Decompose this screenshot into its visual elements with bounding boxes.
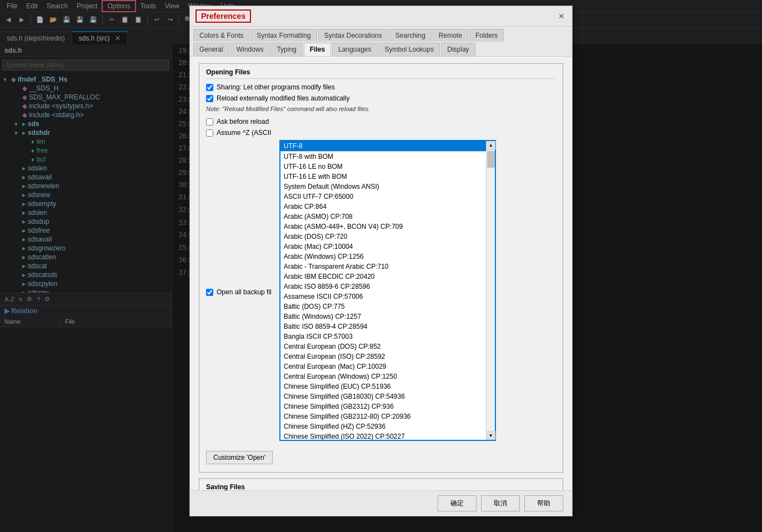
checkbox-sharing: Sharing: Let other programs modify files: [206, 83, 556, 91]
help-button[interactable]: 帮助: [524, 495, 563, 511]
encoding-dropdown-wrapper: UTF-8 UTF-8 with BOM UTF-16 LE no BOM UT…: [279, 140, 496, 441]
option-chinese-euc[interactable]: Chinese Simplified (EUC) CP:51936: [280, 382, 486, 392]
dialog-close-button[interactable]: ✕: [557, 11, 567, 21]
saving-files-section: Saving Files Make backup files Remove ba…: [199, 478, 563, 490]
tab-syntax-formatting[interactable]: Syntax Formatting: [250, 29, 317, 42]
tab-remote[interactable]: Remote: [433, 29, 468, 42]
tab-display[interactable]: Display: [441, 43, 475, 56]
dialog-tabs-row1: Colors & Fonts Syntax Formatting Syntax …: [190, 27, 572, 42]
option-arabic-864[interactable]: Arabic CP:864: [280, 202, 486, 212]
option-arabic-asmo449[interactable]: Arabic (ASMO-449+, BCON V4) CP:709: [280, 222, 486, 232]
option-assamese[interactable]: Assamese ISCII CP:57006: [280, 292, 486, 302]
option-arabic-asmo[interactable]: Arabic (ASMO) CP:708: [280, 212, 486, 222]
tab-folders[interactable]: Folders: [469, 29, 504, 42]
opening-files-section: Opening Files Sharing: Let other program…: [199, 63, 563, 473]
encoding-list[interactable]: UTF-8 with BOM UTF-16 LE no BOM UTF-16 L…: [280, 151, 486, 440]
option-utf16-le-no-bom[interactable]: UTF-16 LE no BOM: [280, 162, 486, 172]
opening-files-header: Opening Files: [206, 68, 556, 79]
checkbox-assume-z-label: Assume ^Z (ASCII: [217, 129, 271, 137]
customize-open-button[interactable]: Customize 'Open': [206, 451, 273, 464]
checkbox-assume-z-input[interactable]: [206, 129, 213, 137]
checkbox-ask-reload-input[interactable]: [206, 118, 213, 126]
preferences-dialog: Preferences ✕ Colors & Fonts Syntax Form…: [189, 6, 573, 516]
option-arabic-transparent[interactable]: Arabic - Transparent Arabic CP:710: [280, 262, 486, 272]
option-utf16-le-bom[interactable]: UTF-16 LE with BOM: [280, 172, 486, 182]
option-sys-default[interactable]: System Default (Windows ANSI): [280, 182, 486, 192]
checkbox-open-backup: Open all backup fil UTF-8 UTF-8 with: [206, 140, 556, 444]
tab-symbol-lookups[interactable]: Symbol Lookups: [379, 43, 440, 56]
option-arabic-windows[interactable]: Arabic (Windows) CP:1256: [280, 252, 486, 262]
tab-colors-fonts[interactable]: Colors & Fonts: [193, 29, 249, 42]
option-central-iso[interactable]: Central European (ISO) CP:28592: [280, 352, 486, 362]
scrollbar-up[interactable]: ▲: [487, 141, 495, 150]
option-arabic-dos[interactable]: Arabic (DOS) CP:720: [280, 232, 486, 242]
dialog-tabs-row2: General Windows Typing Files Languages S…: [190, 42, 572, 57]
dialog-titlebar: Preferences ✕: [190, 6, 572, 27]
option-central-dos[interactable]: Central European (DOS) CP:852: [280, 342, 486, 352]
tab-windows[interactable]: Windows: [230, 43, 270, 56]
option-bangla[interactable]: Bangla ISCII CP:57003: [280, 332, 486, 342]
tab-searching[interactable]: Searching: [389, 29, 432, 42]
scrollbar-down[interactable]: ▼: [487, 431, 495, 440]
option-arabic-mac[interactable]: Arabic (Mac) CP:10004: [280, 242, 486, 252]
dialog-title: Preferences: [195, 9, 251, 23]
encoding-dropdown: UTF-8 UTF-8 with BOM UTF-16 LE no BOM UT…: [280, 141, 486, 440]
tab-languages[interactable]: Languages: [332, 43, 377, 56]
option-chinese-hz[interactable]: Chinese Simplified (HZ) CP:52936: [280, 421, 486, 431]
saving-files-header: Saving Files: [206, 483, 556, 490]
checkbox-ask-reload: Ask before reload: [206, 118, 556, 126]
encoding-selected[interactable]: UTF-8: [280, 141, 486, 151]
option-arabic-iso[interactable]: Arabic ISO 8859-6 CP:28596: [280, 282, 486, 292]
option-utf8-bom[interactable]: UTF-8 with BOM: [280, 152, 486, 162]
checkbox-sharing-input[interactable]: [206, 84, 213, 91]
checkbox-reload-label: Reload externally modified files automat…: [217, 94, 349, 102]
scrollbar-thumb[interactable]: [487, 151, 495, 168]
checkbox-ask-reload-label: Ask before reload: [217, 118, 269, 126]
option-baltic-iso[interactable]: Baltic ISO 8859-4 CP:28594: [280, 322, 486, 332]
cancel-button[interactable]: 取消: [481, 495, 520, 511]
checkbox-reload: Reload externally modified files automat…: [206, 94, 556, 102]
checkbox-sharing-label: Sharing: Let other programs modify files: [217, 83, 335, 91]
option-chinese-iso[interactable]: Chinese Simplified (ISO 2022) CP:50227: [280, 431, 486, 440]
tab-files[interactable]: Files: [304, 43, 331, 56]
option-ascii-utf7[interactable]: ASCII UTF-7 CP:65000: [280, 192, 486, 202]
dialog-body: Opening Files Sharing: Let other program…: [190, 57, 572, 490]
ide-container: File Edit Search Project Options Tools V…: [0, 0, 762, 532]
checkbox-open-backup-label: Open all backup fil: [217, 288, 272, 296]
option-chinese-gb2312[interactable]: Chinese Simplified (GB2312) CP:936: [280, 401, 486, 411]
scrollbar-track: [487, 150, 495, 431]
checkbox-open-backup-input[interactable]: [206, 289, 213, 296]
option-chinese-gb2312-80[interactable]: Chinese Simplified (GB2312-80) CP:20936: [280, 411, 486, 421]
checkbox-assume-z: Assume ^Z (ASCII: [206, 129, 556, 137]
option-baltic-dos[interactable]: Baltic (DOS) CP:775: [280, 302, 486, 312]
option-baltic-windows[interactable]: Baltic (Windows) CP:1257: [280, 312, 486, 322]
encoding-selected-text: UTF-8: [284, 142, 303, 150]
option-central-mac[interactable]: Central European (Mac) CP:10029: [280, 362, 486, 372]
dialog-overlay: Preferences ✕ Colors & Fonts Syntax Form…: [0, 0, 762, 532]
dialog-footer: 确定 取消 帮助: [190, 490, 572, 516]
option-arabic-ibm[interactable]: Arabic IBM EBCDIC CP:20420: [280, 272, 486, 282]
tab-typing[interactable]: Typing: [270, 43, 302, 56]
tab-syntax-decorations[interactable]: Syntax Decorations: [318, 29, 388, 42]
note-text: Note: "Reload Modified Files" command wi…: [206, 106, 556, 112]
option-central-windows[interactable]: Central European (Windows) CP:1250: [280, 372, 486, 382]
checkbox-reload-input[interactable]: [206, 95, 213, 102]
confirm-button[interactable]: 确定: [438, 495, 477, 511]
tab-general[interactable]: General: [193, 43, 229, 56]
option-chinese-gb18030[interactable]: Chinese Simplified (GB18030) CP:54936: [280, 392, 486, 401]
list-scrollbar: ▲ ▼: [486, 141, 495, 440]
